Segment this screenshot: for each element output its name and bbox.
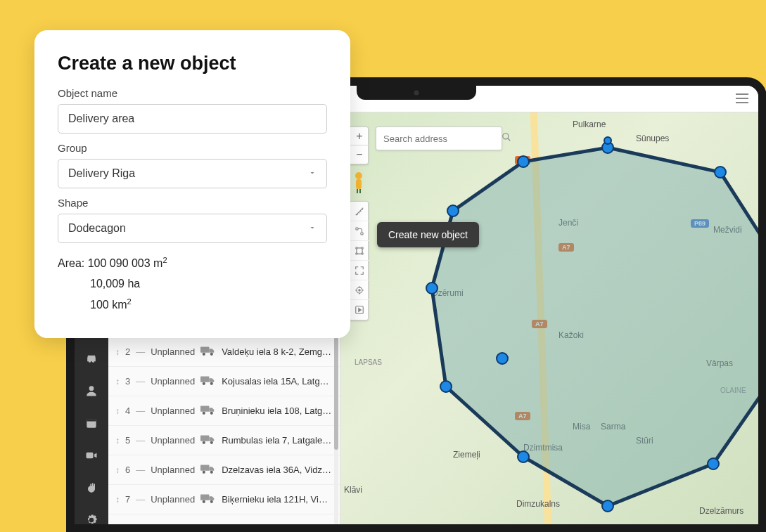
menu-icon[interactable] [736, 93, 748, 104]
map-label: Kažoki [558, 330, 584, 340]
drag-handle-icon[interactable]: ↕ [115, 347, 120, 357]
svg-point-18 [210, 441, 213, 444]
svg-point-21 [210, 471, 213, 474]
svg-point-50 [359, 289, 360, 290]
zoom-in-button[interactable]: + [350, 127, 369, 145]
svg-point-44 [361, 232, 364, 235]
user-icon[interactable] [84, 384, 99, 398]
map-label: Stūri [636, 436, 653, 446]
svg-point-38 [497, 353, 508, 364]
zoom-control: + − [349, 126, 369, 164]
group-label: Group [58, 142, 327, 154]
svg-point-48 [356, 252, 357, 254]
group-value: Delivery Riga [68, 167, 135, 180]
task-row[interactable]: ↕3—UnplannedKojusalas iela 15A, Latgales… [108, 367, 340, 396]
map-controls: + − [349, 126, 369, 320]
truck-icon [200, 346, 216, 358]
zoom-out-button[interactable]: − [350, 145, 369, 164]
draw-polygon-icon[interactable] [350, 241, 369, 261]
map-label: Misa [573, 422, 590, 432]
chevron-down-icon [308, 222, 317, 235]
map-label: Jenči [558, 218, 578, 228]
truck-icon [200, 493, 216, 505]
ruler-icon[interactable] [350, 202, 369, 221]
row-number: 3 [125, 376, 130, 387]
chevron-down-icon [308, 167, 317, 180]
svg-point-24 [210, 500, 213, 503]
fullscreen-icon[interactable] [350, 261, 369, 280]
road-badge-p89: P89 [691, 219, 709, 228]
svg-point-45 [356, 247, 357, 248]
map-label: Dimzukalns [516, 499, 560, 509]
svg-point-14 [203, 412, 205, 415]
task-row[interactable]: ↕2—UnplannedValdeķu iela 8 k-2, Zemgales… [108, 337, 340, 367]
group-select[interactable]: Delivery Riga [58, 159, 327, 188]
pegman-icon[interactable] [350, 171, 367, 194]
object-name-label: Object name [58, 87, 327, 99]
search-icon[interactable] [502, 132, 511, 145]
svg-point-46 [362, 247, 363, 248]
map-tools [349, 201, 369, 320]
svg-rect-42 [359, 189, 361, 193]
drag-handle-icon[interactable]: ↕ [115, 377, 120, 387]
truck-icon [200, 375, 216, 387]
shape-select[interactable]: Dodecagon [58, 214, 327, 243]
svg-point-28 [715, 167, 726, 178]
play-icon[interactable] [350, 300, 369, 320]
vehicle-icon[interactable] [84, 351, 99, 365]
road-a7 [530, 112, 551, 524]
map-search[interactable] [376, 126, 502, 150]
svg-point-23 [203, 500, 205, 503]
svg-point-3 [89, 386, 94, 391]
object-name-input[interactable] [58, 104, 327, 134]
task-row[interactable]: ↕5—UnplannedRumbulas iela 7, Latgales pr… [108, 426, 340, 455]
task-row[interactable]: ↕7—UnplannedBiķernieku iela 121H, Vidzem… [108, 485, 340, 514]
drag-handle-icon[interactable]: ↕ [115, 406, 120, 416]
drag-handle-icon[interactable]: ↕ [115, 465, 120, 475]
svg-point-20 [203, 471, 205, 474]
drag-handle-icon[interactable]: ↕ [115, 436, 120, 446]
row-status: Unplanned [151, 376, 195, 387]
svg-rect-40 [356, 179, 362, 189]
svg-point-52 [503, 134, 509, 139]
svg-rect-6 [87, 453, 94, 458]
area-m2: 100 090 003 m2 [88, 257, 167, 269]
svg-rect-22 [200, 495, 209, 500]
map-canvas[interactable]: A7 A7 A7 A7 P89 Pulkarne Sūnupes Jenči M… [340, 112, 758, 524]
route-icon[interactable] [350, 221, 369, 241]
row-number: 2 [125, 346, 130, 357]
task-row[interactable]: ↕6—UnplannedDzelzavas iela 36A, Vidzemes… [108, 455, 340, 485]
svg-point-27 [604, 137, 611, 144]
svg-point-12 [210, 382, 213, 385]
create-object-tooltip: Create new object [377, 222, 479, 247]
dash: — [136, 376, 145, 387]
road-badge-a7: A7 [515, 156, 530, 164]
map-label: Dzērumi [432, 288, 464, 298]
calendar-icon[interactable] [84, 416, 99, 430]
svg-rect-7 [200, 347, 209, 353]
locate-icon[interactable] [350, 280, 369, 300]
row-number: 4 [125, 406, 130, 416]
dash: — [136, 465, 145, 475]
svg-point-43 [356, 227, 359, 230]
hand-icon[interactable] [84, 481, 99, 495]
scrollbar[interactable] [334, 337, 338, 524]
map-label: Pulkarne [573, 119, 606, 129]
video-icon[interactable] [84, 448, 99, 462]
task-row[interactable]: ↕4—UnplannedBruņinieku iela 108, Latgale… [108, 396, 340, 426]
search-input[interactable] [383, 134, 502, 144]
svg-point-26 [602, 142, 613, 153]
row-status: Unplanned [151, 494, 195, 505]
map-label: Klāvi [344, 485, 362, 495]
area-km2: 100 km2 [58, 294, 327, 316]
gear-icon[interactable] [84, 513, 99, 527]
map-label: Mežvidi [713, 225, 742, 235]
svg-marker-25 [432, 148, 758, 506]
svg-rect-10 [200, 377, 209, 382]
scrollbar-thumb[interactable] [334, 337, 338, 450]
svg-rect-13 [200, 406, 209, 412]
drag-handle-icon[interactable]: ↕ [115, 495, 120, 505]
svg-point-8 [203, 353, 205, 356]
dash: — [136, 435, 145, 446]
row-number: 5 [125, 435, 130, 446]
